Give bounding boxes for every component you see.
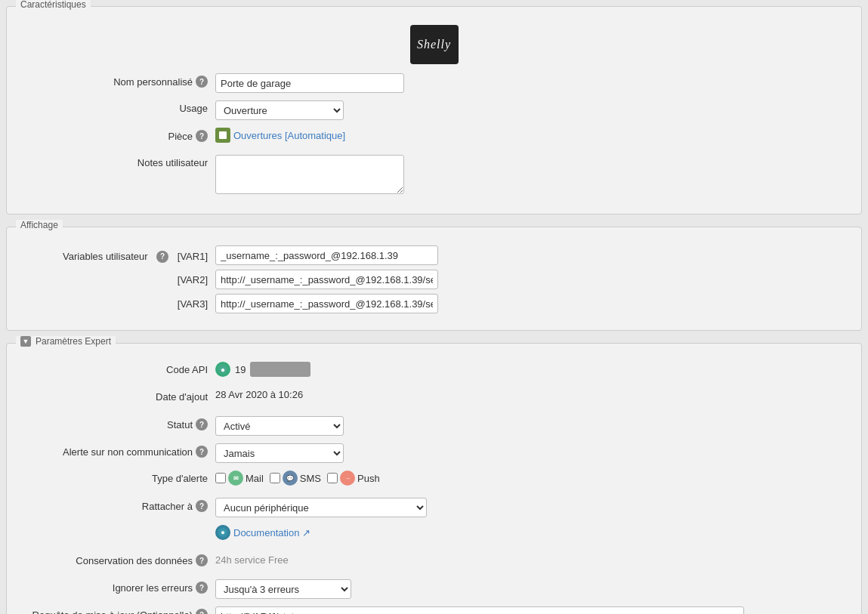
conservation-row: Conservation des données ? 24h service F… (19, 552, 849, 572)
alerte-select[interactable]: Jamais 1h 2h 6h 12h 24h (215, 443, 344, 463)
var3-label: [VAR3] (19, 298, 215, 310)
code-api-value: 19 (235, 364, 246, 375)
statut-help-icon[interactable]: ? (196, 418, 208, 430)
var2-input[interactable] (215, 270, 438, 289)
var2-label: [VAR2] (19, 274, 215, 285)
external-link-icon: ↗ (302, 527, 310, 538)
doc-control: ● Documentation ↗ (215, 525, 849, 540)
push-checkbox[interactable] (327, 473, 338, 483)
alerte-row: Alerte sur non communication ? Jamais 1h… (19, 443, 849, 463)
doc-row: ● Documentation ↗ (19, 525, 849, 545)
ignorer-label: Ignorer les erreurs ? (19, 579, 215, 594)
params-expert-content: Code API ● 19 Date d'ajout 28 Avr 2020 à… (19, 362, 849, 614)
ignorer-select[interactable]: Jusqu'à 3 erreurs Jamais Jusqu'à 1 erreu… (215, 579, 351, 599)
statut-label: Statut ? (19, 416, 215, 430)
usage-label: Usage (19, 100, 215, 114)
sms-label: SMS (300, 473, 321, 484)
nom-personnalise-help-icon[interactable]: ? (196, 76, 208, 88)
caracteristiques-section: Caractéristiques Shelly Nom personnalisé… (6, 6, 862, 214)
requete-row: Requête de mise à jour (Optionnelle) ? (19, 606, 849, 614)
requete-label: Requête de mise à jour (Optionnelle) ? (19, 606, 215, 614)
piece-row: Pièce ? Ouvertures [Automatique] (19, 128, 849, 147)
date-ajout-row: Date d'ajout 28 Avr 2020 à 10:26 (19, 389, 849, 409)
section-toggle-icon[interactable]: ▼ (20, 336, 31, 347)
doc-link-text: Documentation (233, 527, 299, 538)
conservation-value: 24h service Free (215, 552, 289, 566)
mail-icon: ✉ (228, 471, 243, 486)
logo-box: Shelly (19, 25, 849, 64)
doc-label-spacer (19, 525, 215, 527)
nom-personnalise-control (215, 73, 849, 93)
svg-rect-0 (219, 131, 227, 139)
date-ajout-value: 28 Avr 2020 à 10:26 (215, 389, 303, 400)
nom-personnalise-input[interactable] (215, 73, 404, 93)
var3-input[interactable] (215, 294, 438, 313)
ignorer-control: Jusqu'à 3 erreurs Jamais Jusqu'à 1 erreu… (215, 579, 849, 599)
var3-control (215, 294, 849, 313)
nom-personnalise-row: Nom personnalisé ? (19, 73, 849, 93)
notes-textarea[interactable] (215, 155, 404, 194)
alerte-control: Jamais 1h 2h 6h 12h 24h (215, 443, 849, 463)
doc-icon: ● (215, 525, 230, 540)
affichage-section: Affichage Variables utilisateur ? [VAR1] (6, 227, 862, 331)
ignorer-help-icon[interactable]: ? (196, 582, 208, 594)
variables-help-icon[interactable]: ? (156, 251, 168, 263)
rattacher-control: Aucun périphérique (215, 498, 849, 517)
affichage-content: Variables utilisateur ? [VAR1] [VAR2] (19, 245, 849, 313)
rattacher-select[interactable]: Aucun périphérique (215, 498, 427, 517)
conservation-control: 24h service Free (215, 552, 849, 566)
piece-control: Ouvertures [Automatique] (215, 128, 849, 143)
params-expert-section: ▼ Paramètres Expert Code API ● 19 Date d… (6, 343, 862, 614)
sms-checkbox-item: 💬 SMS (270, 471, 321, 486)
notes-control (215, 155, 849, 194)
piece-label: Pièce ? (19, 128, 215, 142)
rattacher-row: Rattacher à ? Aucun périphérique (19, 498, 849, 517)
type-alerte-control: ✉ Mail 💬 SMS → Push (215, 471, 849, 486)
piece-link[interactable]: Ouvertures [Automatique] (215, 128, 345, 143)
usage-select[interactable]: Ouverture (215, 100, 344, 120)
type-alerte-label: Type d'alerte (19, 471, 215, 484)
date-ajout-label: Date d'ajout (19, 389, 215, 403)
type-alerte-row: Type d'alerte ✉ Mail 💬 SMS (19, 471, 849, 490)
mail-checkbox[interactable] (215, 473, 226, 483)
date-ajout-control: 28 Avr 2020 à 10:26 (215, 389, 849, 400)
nom-personnalise-label: Nom personnalisé ? (19, 73, 215, 88)
var2-control (215, 270, 849, 289)
code-api-control: ● 19 (215, 362, 849, 377)
usage-row: Usage Ouverture (19, 100, 849, 120)
conservation-help-icon[interactable]: ? (196, 554, 208, 566)
blurred-api-value (250, 362, 310, 377)
mail-label: Mail (246, 473, 264, 484)
code-api-label: Code API (19, 362, 215, 375)
rattacher-label: Rattacher à ? (19, 498, 215, 512)
doc-link[interactable]: ● Documentation ↗ (215, 525, 310, 540)
statut-select[interactable]: Activé Désactivé (215, 416, 344, 436)
notes-label: Notes utilisateur (19, 155, 215, 168)
var1-input[interactable] (215, 245, 438, 265)
var3-row: [VAR3] (19, 294, 849, 313)
alerte-label: Alerte sur non communication ? (19, 443, 215, 458)
params-expert-title: Paramètres Expert (36, 336, 111, 347)
var1-control (215, 245, 849, 265)
var2-row: [VAR2] (19, 270, 849, 289)
mail-checkbox-item: ✉ Mail (215, 471, 264, 486)
affichage-title: Affichage (16, 220, 63, 230)
page-container: Caractéristiques Shelly Nom personnalisé… (0, 0, 868, 614)
params-expert-title-area: ▼ Paramètres Expert (16, 336, 116, 347)
shelly-logo: Shelly (410, 25, 459, 64)
requete-input[interactable] (215, 606, 744, 614)
piece-help-icon[interactable]: ? (196, 130, 208, 142)
rattacher-help-icon[interactable]: ? (196, 500, 208, 512)
requete-help-icon[interactable]: ? (196, 609, 208, 614)
type-alerte-checkbox-group: ✉ Mail 💬 SMS → Push (215, 471, 380, 486)
statut-control: Activé Désactivé (215, 416, 849, 436)
sms-checkbox[interactable] (270, 473, 280, 483)
caracteristiques-content: Shelly Nom personnalisé ? Usage (19, 25, 849, 194)
var1-row: Variables utilisateur ? [VAR1] (19, 245, 849, 265)
usage-control: Ouverture (215, 100, 849, 120)
alerte-help-icon[interactable]: ? (196, 446, 208, 458)
push-checkbox-item: → Push (327, 471, 380, 486)
requete-control (215, 606, 849, 614)
push-icon: → (340, 471, 355, 486)
statut-row: Statut ? Activé Désactivé (19, 416, 849, 436)
